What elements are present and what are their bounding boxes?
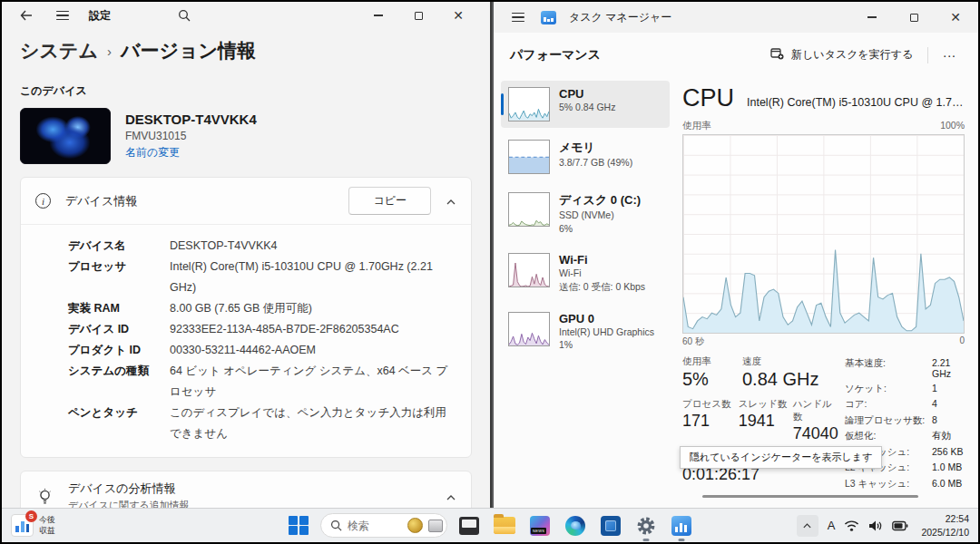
table-row: プロセッサIntel(R) Core(TM) i5-10310U CPU @ 1… (68, 257, 456, 298)
performance-sidebar: CPU 5% 0.84 GHz メモリ 3.8/7.7 GB (49%) ディス… (501, 81, 670, 491)
speed-stat: 速度 0.84 GHz (742, 355, 818, 390)
start-button[interactable] (285, 512, 312, 539)
device-card: DESKTOP-T4VVKK4 FMVU31015 名前の変更 (20, 108, 472, 164)
sidebar-item-gpu0[interactable]: GPU 0 Intel(R) UHD Graphics 1% (501, 306, 670, 358)
run-new-task-button[interactable]: 新しいタスクを実行する (761, 42, 922, 68)
wifi-icon[interactable] (844, 520, 859, 532)
hamburger-menu-icon[interactable] (53, 5, 73, 25)
clock[interactable]: 22:54 2025/12/10 (921, 512, 969, 538)
stat-row: L3 キャッシュ:6.0 MB (845, 478, 965, 491)
breadcrumb-system[interactable]: システム (20, 38, 98, 63)
search-icon (330, 520, 342, 531)
breadcrumb-separator: › (107, 44, 112, 59)
sidebar-item-memory[interactable]: メモリ 3.8/7.7 GB (49%) (501, 133, 670, 180)
taskbar-app-task-manager[interactable] (668, 512, 695, 539)
settings-app-title: 設定 (89, 8, 111, 24)
taskbar-app-dark[interactable] (456, 512, 483, 539)
taskmanager-header: パフォーマンス 新しいタスクを実行する ... (494, 33, 978, 77)
search-highlight-device-icon (428, 520, 443, 532)
sidebar-item-disk0[interactable]: ディスク 0 (C:) SSD (NVMe) 6% (501, 186, 670, 241)
search-input[interactable] (348, 520, 402, 532)
hamburger-menu-icon[interactable] (508, 7, 528, 27)
handles-stat: ハンドル数 74040 (793, 398, 841, 443)
cpu-detail-panel: CPU Intel(R) Core(TM) i5-10310U CPU @ 1.… (670, 81, 978, 491)
settings-window-controls: ✕ (368, 5, 468, 25)
maximize-button[interactable] (904, 7, 924, 27)
cpu-panel-title: CPU (682, 84, 734, 112)
run-new-task-label: 新しいタスクを実行する (791, 47, 913, 63)
table-row: システムの種類64 ビット オペレーティング システム、x64 ベース プロセッ… (68, 361, 456, 403)
divider (927, 47, 928, 63)
wifi-sparkline (508, 253, 550, 287)
task-manager-icon (671, 516, 691, 536)
usage-stat: 使用率 5% (682, 355, 742, 390)
device-info-card: i デバイス情報 コピー デバイス名DESKTOP-T4VVKK4 プロセッサI… (20, 177, 472, 458)
taskbar-app-settings[interactable] (632, 512, 660, 539)
device-info-header[interactable]: i デバイス情報 コピー (21, 178, 471, 224)
memory-sparkline (508, 140, 550, 174)
more-options-button[interactable]: ... (934, 44, 965, 67)
taskmanager-window-controls: ✕ (862, 7, 965, 27)
maximize-button[interactable] (408, 5, 428, 25)
system-tray: A 22:54 2025/12/10 (797, 509, 978, 542)
taskbar-app-news[interactable] (526, 512, 554, 539)
horizontal-scrollbar[interactable] (702, 495, 918, 498)
table-row: 実装 RAM8.00 GB (7.65 GB 使用可能) (68, 298, 456, 319)
device-spec-table: デバイス名DESKTOP-T4VVKK4 プロセッサIntel(R) Core(… (21, 225, 471, 457)
rename-device-link[interactable]: 名前の変更 (125, 145, 257, 160)
copy-button[interactable]: コピー (348, 187, 431, 215)
widget-line2: 収益 (39, 526, 55, 536)
threads-stat: スレッド数 1941 (739, 398, 793, 443)
taskbar-app-store[interactable] (597, 512, 624, 539)
device-model: FMVU31015 (125, 130, 257, 142)
chevron-up-icon[interactable] (446, 193, 456, 209)
tray-time: 22:54 (921, 512, 969, 525)
device-image (20, 108, 111, 164)
battery-icon[interactable] (892, 520, 908, 531)
edge-browser-icon (565, 516, 585, 536)
stat-row: コア:4 (845, 398, 965, 411)
close-button[interactable]: ✕ (448, 5, 468, 25)
table-row: デバイス ID92333EE2-113A-485A-B7DE-2F8620535… (68, 319, 456, 340)
table-row: ペンとタッチこのディスプレイでは、ペン入力とタッチ入力は利用できません (68, 403, 456, 444)
device-name: DESKTOP-T4VVKK4 (125, 112, 257, 127)
page-title: バージョン情報 (121, 38, 256, 63)
close-button[interactable]: ✕ (946, 7, 965, 27)
news-app-icon (530, 516, 550, 536)
performance-page-title: パフォーマンス (510, 47, 601, 63)
info-icon: i (35, 193, 51, 209)
usage-axis-label: 使用率 (682, 120, 711, 132)
taskbar-app-edge[interactable] (562, 512, 589, 539)
taskbar-app-explorer[interactable] (491, 512, 518, 539)
volume-icon[interactable] (868, 520, 883, 532)
stat-row: 論理プロセッサ数:8 (845, 414, 965, 427)
sidebar-item-cpu[interactable]: CPU 5% 0.84 GHz (501, 81, 670, 128)
chevron-up-icon[interactable] (446, 489, 456, 505)
dark-app-icon (459, 517, 479, 535)
device-info-title: デバイス情報 (65, 193, 137, 209)
ime-indicator[interactable]: A (828, 519, 836, 532)
tray-date: 2025/12/10 (921, 526, 969, 539)
minimize-button[interactable] (368, 5, 388, 25)
sidebar-item-wifi[interactable]: Wi-Fi Wi-Fi 送信: 0 受信: 0 Kbps (501, 247, 670, 299)
show-hidden-icons-button[interactable] (797, 515, 818, 537)
taskbar-search-box[interactable] (320, 513, 447, 538)
minimize-button[interactable] (862, 7, 882, 27)
finance-widget-icon: S (11, 514, 34, 537)
stat-row: 仮想化:有効 (845, 430, 965, 442)
file-explorer-icon (494, 517, 515, 534)
device-analytics-header[interactable]: デバイスの分析情報 デバイスに関する追加情報 (21, 471, 471, 508)
chevron-up-icon (802, 522, 812, 529)
search-icon[interactable] (174, 5, 194, 25)
gpu-sparkline (508, 312, 550, 346)
settings-window: 設定 ✕ システム › バージョン情報 このデバイス DESKTOP-T4VVK… (2, 2, 490, 508)
table-row: デバイス名DESKTOP-T4VVKK4 (68, 236, 456, 257)
device-analytics-subtitle: デバイスに関する追加情報 (68, 499, 190, 508)
lightbulb-icon (35, 489, 54, 505)
disk-sparkline (508, 192, 550, 227)
widget-line1: 今後 (39, 515, 55, 525)
cpu-history-chart[interactable] (682, 134, 965, 334)
widgets-button[interactable]: S 今後 収益 (2, 509, 64, 542)
back-icon[interactable] (16, 5, 36, 25)
taskmanager-app-title: タスク マネージャー (569, 10, 671, 25)
